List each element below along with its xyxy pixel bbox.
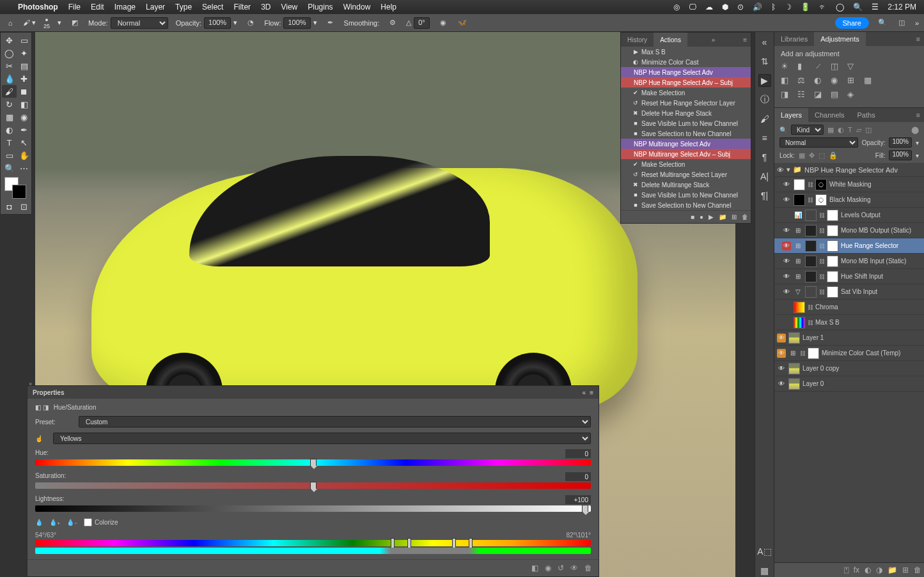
menu-file[interactable]: File	[68, 3, 81, 12]
pressure-opacity-icon[interactable]: ◔	[245, 17, 256, 29]
layer-row[interactable]: 👁⛓◯White Masking	[774, 177, 924, 192]
threshold-icon[interactable]: ◪	[814, 89, 824, 100]
strip-glyphs-icon[interactable]: ¶|	[758, 189, 771, 202]
panel-menu-icon[interactable]: ≡	[739, 36, 751, 43]
layer-visibility-icon[interactable]	[782, 318, 791, 327]
layer-thumbnail[interactable]	[805, 240, 817, 252]
tab-actions[interactable]: Actions	[654, 33, 687, 47]
gradient-tool[interactable]: ▦	[2, 111, 17, 123]
layer-thumbnail[interactable]	[805, 210, 817, 221]
layer-visibility-icon[interactable]: 👁	[782, 180, 791, 189]
battery-icon[interactable]: 🔋	[801, 3, 810, 12]
strip-character-icon[interactable]: A|	[758, 170, 771, 183]
layer-opacity-input[interactable]: 100%	[889, 137, 912, 148]
curves-icon[interactable]: ⟋	[814, 61, 824, 72]
layer-row[interactable]: ⛓Chroma	[774, 300, 924, 315]
layer-mask-thumbnail[interactable]	[827, 210, 838, 221]
action-list[interactable]: ▶Max S B◐Minimize Color CastNBP Hue Rang…	[621, 47, 751, 210]
photo-filter-icon[interactable]: ◉	[831, 75, 841, 86]
lightness-slider-track[interactable]	[35, 505, 591, 512]
history-brush-tool[interactable]: ↻	[2, 98, 17, 111]
volume-icon[interactable]: 🔊	[753, 3, 762, 12]
layer-link-icon[interactable]: ⛓	[819, 273, 824, 280]
bw-icon[interactable]: ◐	[814, 75, 824, 86]
layer-link-icon[interactable]: ⛓	[808, 319, 813, 326]
record-action-icon[interactable]: ●	[700, 213, 703, 220]
layer-visibility-icon[interactable]: 👁	[777, 364, 786, 373]
quick-mask-tool[interactable]: ◘	[2, 200, 17, 213]
menu-image[interactable]: Image	[114, 3, 136, 12]
status-icon-1[interactable]: ◎	[673, 3, 680, 12]
visibility-toggle-icon[interactable]: 👁	[570, 564, 578, 573]
layer-visibility-icon[interactable]: 👁	[782, 242, 791, 250]
strip-styles-icon[interactable]: A⬚	[758, 545, 771, 558]
saturation-slider-thumb[interactable]	[310, 482, 317, 489]
range-marker-4[interactable]	[469, 538, 473, 548]
lock-pixels-icon[interactable]: ▦	[799, 151, 805, 160]
cloud-icon[interactable]: ☁	[705, 3, 713, 12]
layer-thumbnail[interactable]	[794, 317, 805, 328]
layer-name[interactable]: White Masking	[829, 181, 921, 188]
lock-all-icon[interactable]: 🔒	[829, 151, 838, 160]
filter-pixel-icon[interactable]: ▦	[827, 126, 834, 134]
menu-help[interactable]: Help	[380, 3, 396, 12]
layer-mask-thumbnail[interactable]	[827, 240, 838, 252]
hue-slider-track[interactable]	[35, 459, 591, 466]
targeted-adj-icon[interactable]: ☝	[35, 435, 48, 442]
status-icon-2[interactable]: 🖵	[689, 3, 696, 12]
range-marker-3[interactable]	[452, 538, 456, 548]
layer-row[interactable]: ⛓Max S B	[774, 315, 924, 330]
edit-toolbar[interactable]: ⋯	[17, 162, 31, 174]
delete-layer-icon[interactable]: 🗑	[914, 565, 921, 574]
layer-row[interactable]: 📊⛓Levels Output	[774, 208, 924, 223]
channel-select[interactable]: Yellows	[53, 433, 591, 444]
layer-row[interactable]: 👁⊞⛓Mono MB Output (Static)	[774, 223, 924, 238]
menu-window[interactable]: Window	[343, 3, 371, 12]
color-balance-icon[interactable]: ⚖	[797, 75, 808, 86]
zoom-tool[interactable]: 🔍	[2, 162, 17, 174]
link-layers-icon[interactable]: ⍞	[844, 565, 849, 574]
move-tool[interactable]: ✥	[2, 34, 17, 47]
menu-type[interactable]: Type	[175, 3, 192, 12]
layer-mask-thumbnail[interactable]: ◯	[815, 194, 827, 206]
dodge-tool[interactable]: ◐	[2, 123, 17, 136]
action-item[interactable]: ■Save Selection to New Channel	[621, 200, 751, 210]
pen-tool[interactable]: ✒	[17, 123, 31, 136]
fx-icon[interactable]: fx	[854, 565, 859, 574]
action-item[interactable]: ✖Delete Hue Range Stack	[621, 108, 751, 118]
layer-thumbnail[interactable]	[808, 348, 819, 359]
vibrance-icon[interactable]: ▽	[847, 61, 857, 72]
layer-thumbnail[interactable]	[805, 286, 817, 298]
kind-select[interactable]: Kind	[791, 125, 824, 135]
strip-brush-icon[interactable]: 🖌	[758, 112, 771, 125]
menu-select[interactable]: Select	[202, 3, 223, 12]
layer-name[interactable]: Layer 1	[803, 334, 921, 341]
layer-row[interactable]: 👁▽⛓Sat Vib Input	[774, 284, 924, 300]
action-item[interactable]: ■Save Visible Lum to New Channel	[621, 190, 751, 200]
bluetooth-icon[interactable]: ᛒ	[771, 3, 776, 12]
layer-thumbnail[interactable]	[788, 363, 800, 374]
lock-position-icon[interactable]: ✥	[809, 151, 815, 160]
pressure-size-icon[interactable]: ◉	[437, 17, 449, 29]
marquee-tool[interactable]: ▭	[17, 34, 31, 47]
layer-name[interactable]: Mono MB Output (Static)	[841, 227, 921, 234]
hue-range-bottom-strip[interactable]	[35, 548, 591, 554]
action-item[interactable]: ■Save Selection to New Channel	[621, 128, 751, 139]
menu-view[interactable]: View	[281, 3, 297, 12]
new-folder-icon[interactable]: 📁	[719, 213, 726, 220]
layer-row[interactable]: 👁Layer 0	[774, 376, 924, 392]
layer-visibility-icon[interactable]	[782, 211, 791, 220]
layer-visibility-icon[interactable]: 👁	[782, 272, 791, 281]
layer-visibility-icon[interactable]	[782, 303, 791, 312]
hue-slider-thumb[interactable]	[310, 459, 317, 466]
filter-adj-icon[interactable]: ◐	[838, 126, 844, 134]
layer-link-icon[interactable]: ⛓	[800, 350, 805, 357]
hue-range-top-strip[interactable]	[35, 540, 591, 546]
properties-close-icon[interactable]: ×	[29, 381, 32, 387]
share-button[interactable]: Share	[835, 17, 869, 29]
panel-collapse-icon[interactable]: »	[708, 36, 719, 43]
play-action-icon[interactable]: ▶	[709, 213, 714, 220]
strip-play-icon[interactable]: ▶	[758, 74, 771, 87]
layer-mask-thumbnail[interactable]	[827, 286, 838, 298]
layer-name[interactable]: Hue Range Selector	[841, 242, 921, 249]
